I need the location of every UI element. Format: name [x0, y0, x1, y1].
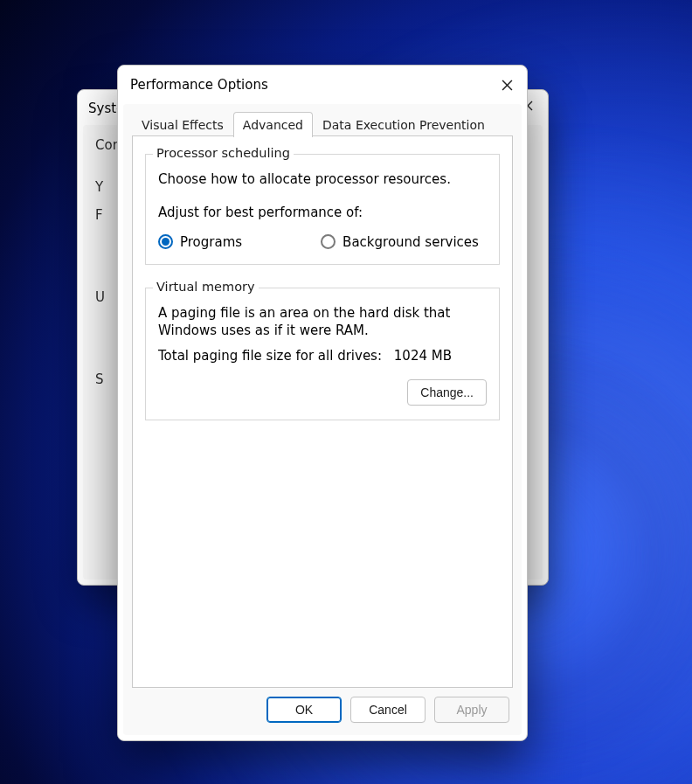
close-icon — [502, 80, 513, 91]
dialog-title: Performance Options — [130, 77, 268, 93]
vm-total-label: Total paging file size for all drives: — [158, 348, 382, 364]
radio-label: Background services — [343, 234, 479, 250]
processor-desc: Choose how to allocate processor resourc… — [158, 170, 487, 188]
group-legend: Virtual memory — [153, 280, 259, 294]
radio-background-services[interactable]: Background services — [321, 234, 479, 250]
cancel-button[interactable]: Cancel — [350, 697, 426, 723]
processor-radio-group: Programs Background services — [158, 234, 487, 250]
close-button[interactable] — [487, 66, 527, 104]
tab-advanced[interactable]: Advanced — [233, 112, 313, 137]
ok-button[interactable]: OK — [266, 697, 342, 723]
tab-dep[interactable]: Data Execution Prevention — [313, 112, 495, 137]
vm-total-value: 1024 MB — [394, 348, 487, 364]
radio-icon — [158, 234, 173, 249]
dialog-content: Visual Effects Advanced Data Execution P… — [123, 104, 522, 735]
tab-strip: Visual Effects Advanced Data Execution P… — [132, 111, 513, 136]
group-virtual-memory: Virtual memory A paging file is an area … — [145, 288, 500, 421]
vm-desc: A paging file is an area on the hard dis… — [158, 304, 487, 340]
performance-options-dialog: Performance Options Visual Effects Advan… — [117, 65, 528, 741]
radio-label: Programs — [180, 234, 242, 250]
desktop: Syste Com Y F U S Performance Options Vi… — [0, 0, 692, 784]
group-legend: Processor scheduling — [153, 146, 294, 160]
processor-adjust-label: Adjust for best performance of: — [158, 204, 487, 221]
radio-icon — [321, 234, 336, 249]
tab-panel-advanced: Processor scheduling Choose how to alloc… — [132, 135, 513, 688]
dialog-footer: OK Cancel Apply — [132, 688, 513, 726]
change-button[interactable]: Change... — [407, 379, 487, 406]
vm-total-row: Total paging file size for all drives: 1… — [158, 348, 487, 364]
group-processor-scheduling: Processor scheduling Choose how to alloc… — [145, 154, 500, 265]
tab-visual-effects[interactable]: Visual Effects — [132, 112, 233, 137]
radio-programs[interactable]: Programs — [158, 234, 242, 250]
titlebar[interactable]: Performance Options — [118, 66, 527, 104]
apply-button[interactable]: Apply — [434, 697, 509, 723]
